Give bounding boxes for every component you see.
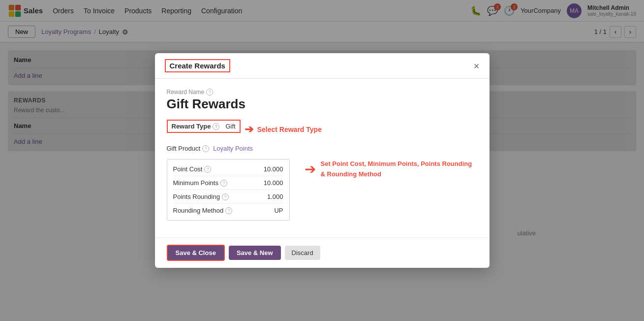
reward-type-box: Reward Type ? Gift: [167, 120, 241, 133]
modal-title: Create Rewards: [165, 59, 230, 72]
min-points-help-icon[interactable]: ?: [220, 180, 227, 187]
reward-name-help-icon[interactable]: ?: [206, 89, 213, 96]
discard-button[interactable]: Discard: [285, 246, 320, 260]
min-points-value[interactable]: 10.000: [264, 179, 283, 187]
point-cost-label: Point Cost ?: [173, 165, 212, 173]
create-rewards-modal: Create Rewards × Reward Name ? Gift Rewa…: [155, 53, 490, 268]
rounding-method-label: Rounding Method ?: [173, 207, 233, 214]
gift-product-row: Gift Product ? Loyalty Points: [167, 145, 478, 152]
rounding-method-row: Rounding Method ? UP: [173, 205, 283, 216]
min-points-row: Minimum Points ? 10.000: [173, 177, 283, 189]
reward-type-value[interactable]: Gift: [225, 123, 235, 130]
reward-type-row: Reward Type ? Gift ➔ Select Reward Type: [167, 120, 478, 139]
modal-body: Reward Name ? Gift Rewards Reward Type ?…: [155, 79, 490, 237]
reward-name-value[interactable]: Gift Rewards: [167, 96, 478, 112]
point-cost-annotation-text: Set Point Cost, Minimum Points, Points R…: [321, 159, 472, 180]
points-rounding-label: Points Rounding ?: [173, 193, 229, 200]
gift-product-value[interactable]: Loyalty Points: [213, 145, 253, 152]
reward-type-help-icon[interactable]: ?: [213, 123, 219, 130]
rounding-method-value[interactable]: UP: [274, 207, 283, 214]
select-reward-annotation: Select Reward Type: [257, 126, 322, 133]
save-new-button[interactable]: Save & New: [229, 246, 281, 260]
reward-type-annotation: ➔ Select Reward Type: [245, 123, 322, 136]
points-rounding-row: Points Rounding ? 1.000: [173, 191, 283, 202]
point-cost-box: Point Cost ? 10.000 Minimum Points ? 10.…: [167, 159, 290, 221]
gift-product-help-icon[interactable]: ?: [202, 145, 209, 152]
min-points-label: Minimum Points ?: [173, 179, 227, 187]
point-cost-help-icon[interactable]: ?: [204, 166, 211, 173]
modal-footer: Save & Close Save & New Discard: [155, 237, 490, 268]
point-cost-row: Point Cost ? 10.000: [173, 163, 283, 175]
modal-overlay: Create Rewards × Reward Name ? Gift Rewa…: [0, 0, 644, 321]
point-cost-annotation: ➔ Set Point Cost, Minimum Points, Points…: [305, 159, 472, 180]
points-rounding-value[interactable]: 1.000: [267, 193, 283, 200]
point-cost-value[interactable]: 10.000: [264, 165, 283, 173]
close-button[interactable]: ×: [474, 61, 480, 71]
modal-header: Create Rewards ×: [155, 53, 490, 79]
reward-type-label: Reward Type ?: [172, 123, 220, 130]
arrow-right-icon: ➔: [245, 123, 253, 136]
reward-name-label: Reward Name ?: [167, 89, 478, 96]
arrow-right-icon-2: ➔: [305, 162, 316, 176]
gift-product-label: Gift Product ?: [167, 145, 210, 152]
save-close-button[interactable]: Save & Close: [167, 245, 225, 261]
points-rounding-help-icon[interactable]: ?: [222, 193, 229, 200]
rounding-method-help-icon[interactable]: ?: [225, 207, 232, 214]
point-cost-area: Point Cost ? 10.000 Minimum Points ? 10.…: [167, 159, 478, 227]
